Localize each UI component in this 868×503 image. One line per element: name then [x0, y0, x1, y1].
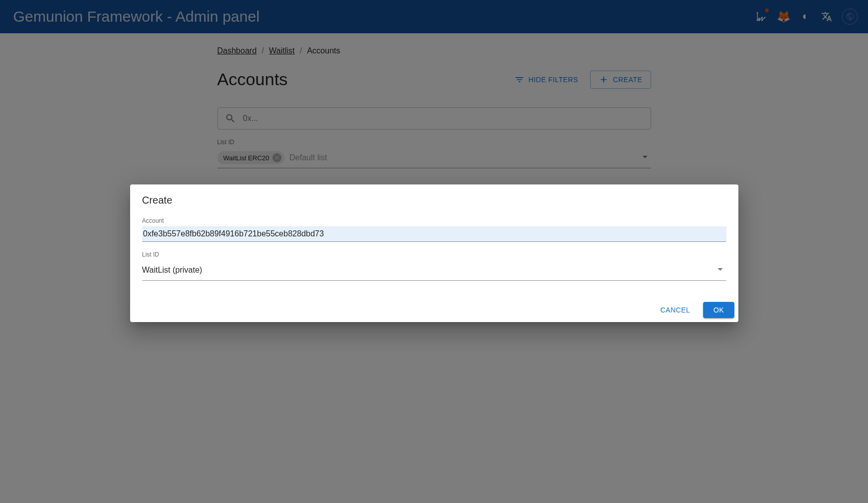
create-dialog: Create Account List ID WaitList (private… [130, 184, 738, 322]
cancel-button[interactable]: CANCEL [653, 302, 697, 318]
dialog-content: Account List ID WaitList (private) [130, 213, 738, 299]
ok-button[interactable]: OK [703, 302, 734, 318]
account-input[interactable] [142, 226, 726, 242]
dialog-list-id-label: List ID [142, 251, 726, 258]
modal-overlay[interactable]: Create Account List ID WaitList (private… [0, 0, 868, 503]
chevron-down-icon [714, 263, 726, 277]
dialog-actions: CANCEL OK [130, 299, 738, 318]
list-id-field: List ID WaitList (private) [142, 251, 726, 281]
list-id-select[interactable]: WaitList (private) [142, 260, 726, 281]
account-label: Account [142, 217, 726, 224]
account-field: Account [142, 217, 726, 242]
list-id-value: WaitList (private) [142, 266, 714, 275]
dialog-title: Create [130, 184, 738, 213]
